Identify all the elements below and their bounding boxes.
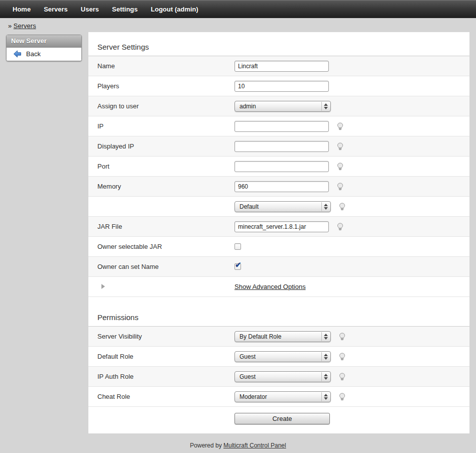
nav-item-home[interactable]: Home (6, 6, 37, 13)
row-server-visibility: Server Visibility By Default Role (88, 327, 469, 347)
server-visibility-select-value: By Default Role (240, 333, 281, 340)
field-label-port: Port (97, 163, 234, 170)
help-lightbulb-icon[interactable] (336, 223, 344, 231)
footer-text: Powered by (190, 442, 223, 449)
jar-file-input[interactable] (234, 221, 329, 232)
owner-can-set-name-checkbox[interactable] (234, 263, 241, 270)
ip-auth-role-select[interactable]: Guest (234, 371, 331, 382)
help-lightbulb-icon[interactable] (338, 373, 346, 381)
help-lightbulb-icon[interactable] (338, 353, 346, 361)
section-title-server-settings: Server Settings (88, 32, 469, 56)
permissions-rows: Server Visibility By Default Role (88, 327, 469, 407)
row-jar-file: JAR File (88, 217, 469, 237)
main-panel: Server Settings Name Players Assign to u… (88, 32, 469, 433)
field-label-owner-can-set-name: Owner can set Name (97, 263, 234, 270)
help-lightbulb-icon[interactable] (336, 122, 344, 130)
sidebar: New Server Back (6, 35, 82, 61)
back-arrow-icon (13, 50, 22, 58)
field-label-ip: IP (97, 122, 234, 130)
server-settings-rows: Name Players Assign to user admin (88, 56, 469, 297)
displayed-ip-input[interactable] (234, 141, 329, 152)
memory-preset-select-value: Default (240, 203, 259, 210)
memory-preset-select[interactable]: Default (234, 201, 331, 212)
nav-item-settings[interactable]: Settings (105, 6, 144, 13)
row-owner-can-set-name: Owner can set Name (88, 257, 469, 277)
help-lightbulb-icon[interactable] (338, 393, 346, 401)
name-input[interactable] (234, 61, 329, 72)
nav-item-servers[interactable]: Servers (37, 6, 74, 13)
cheat-role-select[interactable]: Moderator (234, 391, 331, 402)
server-visibility-select[interactable]: By Default Role (234, 331, 331, 342)
footer-link-multicraft[interactable]: Multicraft Control Panel (223, 442, 286, 449)
row-ip-auth-role: IP Auth Role Guest (88, 367, 469, 387)
row-advanced-options: Show Advanced Options (88, 277, 469, 297)
field-label-server-visibility: Server Visibility (97, 333, 234, 340)
nav-item-users[interactable]: Users (74, 6, 105, 13)
row-players: Players (88, 76, 469, 96)
field-label-jar-file: JAR File (97, 223, 234, 230)
show-advanced-options-link[interactable]: Show Advanced Options (234, 283, 306, 290)
port-input[interactable] (234, 161, 329, 172)
select-stepper-icon (321, 102, 330, 111)
default-role-select-value: Guest (240, 353, 256, 360)
field-label-ip-auth-role: IP Auth Role (97, 373, 234, 380)
select-stepper-icon (321, 202, 330, 211)
field-label-owner-selectable-jar: Owner selectable JAR (97, 243, 234, 250)
select-stepper-icon (321, 352, 330, 361)
field-label-memory: Memory (97, 183, 234, 190)
row-default-role: Default Role Guest (88, 347, 469, 367)
select-stepper-icon (321, 392, 330, 401)
players-input[interactable] (234, 81, 329, 92)
field-label-assign-to-user: Assign to user (97, 102, 234, 110)
row-cheat-role: Cheat Role Moderator (88, 387, 469, 407)
row-name: Name (88, 56, 469, 76)
row-ip: IP (88, 116, 469, 136)
breadcrumb-link-servers[interactable]: Servers (14, 22, 36, 30)
ip-input[interactable] (234, 121, 329, 132)
field-label-name: Name (97, 62, 234, 70)
field-label-players: Players (97, 82, 234, 90)
back-button[interactable]: Back (7, 48, 81, 61)
field-label-cheat-role: Cheat Role (97, 393, 234, 400)
advanced-toggle[interactable] (97, 283, 234, 290)
top-navigation: Home Servers Users Settings Logout (admi… (0, 0, 476, 18)
row-memory: Memory (88, 177, 469, 197)
help-lightbulb-icon[interactable] (338, 203, 346, 211)
field-label-displayed-ip: Displayed IP (97, 142, 234, 150)
select-stepper-icon (321, 332, 330, 341)
assign-to-user-select[interactable]: admin (234, 101, 331, 112)
owner-selectable-jar-checkbox[interactable] (234, 243, 241, 250)
cheat-role-select-value: Moderator (240, 393, 267, 400)
breadcrumb: » Servers (0, 18, 476, 32)
field-label-default-role: Default Role (97, 353, 234, 360)
nav-item-logout[interactable]: Logout (admin) (144, 6, 205, 13)
help-lightbulb-icon[interactable] (336, 163, 344, 171)
ip-auth-role-select-value: Guest (240, 373, 256, 380)
row-owner-selectable-jar: Owner selectable JAR (88, 237, 469, 257)
sidebar-title: New Server (7, 35, 81, 48)
assign-to-user-select-value: admin (240, 103, 256, 110)
select-stepper-icon (321, 372, 330, 381)
page-layout: New Server Back Server Settings (0, 32, 476, 433)
help-lightbulb-icon[interactable] (336, 142, 344, 150)
breadcrumb-symbol: » (8, 22, 12, 30)
help-lightbulb-icon[interactable] (338, 333, 346, 341)
row-port: Port (88, 157, 469, 177)
row-assign-to-user: Assign to user admin (88, 96, 469, 116)
create-row: Create (88, 407, 469, 431)
footer: Powered by Multicraft Control Panel (0, 433, 476, 453)
back-label: Back (26, 50, 41, 58)
default-role-select[interactable]: Guest (234, 351, 331, 362)
section-title-permissions: Permissions (88, 297, 469, 327)
row-displayed-ip: Displayed IP (88, 136, 469, 157)
help-lightbulb-icon[interactable] (336, 183, 344, 191)
row-memory-preset: Default (88, 197, 469, 217)
memory-input[interactable] (234, 181, 329, 192)
collapsed-triangle-icon (101, 284, 105, 289)
create-button[interactable]: Create (234, 413, 330, 424)
